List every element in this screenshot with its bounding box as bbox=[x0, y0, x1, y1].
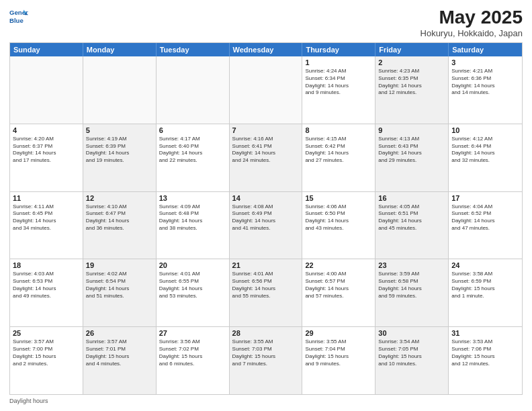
cal-header-thursday: Thursday bbox=[302, 43, 375, 56]
cal-cell: 25Sunrise: 3:57 AM Sunset: 7:00 PM Dayli… bbox=[10, 327, 83, 394]
cal-cell: 1Sunrise: 4:24 AM Sunset: 6:34 PM Daylig… bbox=[302, 56, 375, 124]
day-number: 19 bbox=[86, 261, 153, 269]
day-number: 4 bbox=[13, 126, 80, 134]
cell-info: Sunrise: 4:02 AM Sunset: 6:54 PM Dayligh… bbox=[86, 271, 153, 300]
cell-info: Sunrise: 3:56 AM Sunset: 7:02 PM Dayligh… bbox=[159, 338, 226, 367]
cell-info: Sunrise: 4:06 AM Sunset: 6:50 PM Dayligh… bbox=[305, 203, 372, 232]
cal-cell: 3Sunrise: 4:21 AM Sunset: 6:36 PM Daylig… bbox=[449, 56, 522, 124]
cal-cell bbox=[157, 56, 230, 124]
day-number: 13 bbox=[159, 194, 226, 202]
page: General Blue May 2025 Hokuryu, Hokkaido,… bbox=[0, 0, 532, 411]
day-number: 6 bbox=[159, 126, 226, 134]
cal-cell: 13Sunrise: 4:09 AM Sunset: 6:48 PM Dayli… bbox=[157, 192, 230, 259]
day-number: 18 bbox=[13, 261, 80, 269]
cell-info: Sunrise: 4:19 AM Sunset: 6:39 PM Dayligh… bbox=[86, 136, 153, 165]
cal-cell: 8Sunrise: 4:15 AM Sunset: 6:42 PM Daylig… bbox=[302, 124, 375, 191]
cell-info: Sunrise: 3:57 AM Sunset: 7:00 PM Dayligh… bbox=[13, 338, 80, 367]
cal-cell: 31Sunrise: 3:53 AM Sunset: 7:06 PM Dayli… bbox=[449, 327, 522, 394]
day-number: 21 bbox=[232, 261, 300, 269]
day-number: 26 bbox=[86, 329, 153, 337]
day-number: 14 bbox=[232, 194, 300, 202]
cell-info: Sunrise: 3:59 AM Sunset: 6:58 PM Dayligh… bbox=[378, 271, 445, 300]
cal-header-friday: Friday bbox=[375, 43, 449, 56]
header: General Blue May 2025 Hokuryu, Hokkaido,… bbox=[9, 7, 523, 38]
cal-cell: 28Sunrise: 3:55 AM Sunset: 7:03 PM Dayli… bbox=[230, 327, 303, 394]
day-number: 20 bbox=[159, 261, 226, 269]
cell-info: Sunrise: 4:17 AM Sunset: 6:40 PM Dayligh… bbox=[159, 136, 226, 165]
cell-info: Sunrise: 3:57 AM Sunset: 7:01 PM Dayligh… bbox=[86, 338, 153, 367]
day-number: 28 bbox=[232, 329, 300, 337]
day-number: 27 bbox=[159, 329, 226, 337]
cal-cell: 10Sunrise: 4:12 AM Sunset: 6:44 PM Dayli… bbox=[449, 124, 522, 191]
cell-info: Sunrise: 4:09 AM Sunset: 6:48 PM Dayligh… bbox=[159, 203, 226, 232]
cal-cell: 15Sunrise: 4:06 AM Sunset: 6:50 PM Dayli… bbox=[302, 192, 375, 259]
cell-info: Sunrise: 3:54 AM Sunset: 7:05 PM Dayligh… bbox=[378, 338, 445, 367]
cal-header-wednesday: Wednesday bbox=[230, 43, 303, 56]
cell-info: Sunrise: 4:01 AM Sunset: 6:55 PM Dayligh… bbox=[159, 271, 226, 300]
cal-header-monday: Monday bbox=[83, 43, 157, 56]
cell-info: Sunrise: 4:00 AM Sunset: 6:57 PM Dayligh… bbox=[305, 271, 372, 300]
cell-info: Sunrise: 4:16 AM Sunset: 6:41 PM Dayligh… bbox=[232, 136, 300, 165]
cal-header-saturday: Saturday bbox=[449, 43, 522, 56]
cal-cell bbox=[230, 56, 303, 124]
cal-cell: 16Sunrise: 4:05 AM Sunset: 6:51 PM Dayli… bbox=[375, 192, 449, 259]
cell-info: Sunrise: 4:12 AM Sunset: 6:44 PM Dayligh… bbox=[451, 136, 519, 165]
cell-info: Sunrise: 3:58 AM Sunset: 6:59 PM Dayligh… bbox=[451, 271, 519, 300]
cell-info: Sunrise: 4:24 AM Sunset: 6:34 PM Dayligh… bbox=[305, 68, 372, 97]
cell-info: Sunrise: 3:53 AM Sunset: 7:06 PM Dayligh… bbox=[451, 338, 519, 367]
cell-info: Sunrise: 3:55 AM Sunset: 7:03 PM Dayligh… bbox=[232, 338, 300, 367]
day-number: 7 bbox=[232, 126, 300, 134]
cell-info: Sunrise: 3:55 AM Sunset: 7:04 PM Dayligh… bbox=[305, 338, 372, 367]
title-block: May 2025 Hokuryu, Hokkaido, Japan bbox=[420, 7, 523, 38]
cell-info: Sunrise: 4:20 AM Sunset: 6:37 PM Dayligh… bbox=[13, 136, 80, 165]
cell-info: Sunrise: 4:08 AM Sunset: 6:49 PM Dayligh… bbox=[232, 203, 300, 232]
cal-cell: 5Sunrise: 4:19 AM Sunset: 6:39 PM Daylig… bbox=[83, 124, 157, 191]
cal-cell: 4Sunrise: 4:20 AM Sunset: 6:37 PM Daylig… bbox=[10, 124, 83, 191]
cal-cell: 24Sunrise: 3:58 AM Sunset: 6:59 PM Dayli… bbox=[449, 259, 522, 326]
cal-cell: 2Sunrise: 4:23 AM Sunset: 6:35 PM Daylig… bbox=[375, 56, 449, 124]
cell-info: Sunrise: 4:05 AM Sunset: 6:51 PM Dayligh… bbox=[378, 203, 445, 232]
day-number: 30 bbox=[378, 329, 445, 337]
day-number: 5 bbox=[86, 126, 153, 134]
cal-cell: 20Sunrise: 4:01 AM Sunset: 6:55 PM Dayli… bbox=[157, 259, 230, 326]
day-number: 10 bbox=[451, 126, 519, 134]
cell-info: Sunrise: 4:23 AM Sunset: 6:35 PM Dayligh… bbox=[378, 68, 445, 97]
day-number: 31 bbox=[451, 329, 519, 337]
day-number: 2 bbox=[378, 58, 445, 66]
calendar: SundayMondayTuesdayWednesdayThursdayFrid… bbox=[9, 42, 523, 395]
cal-cell: 6Sunrise: 4:17 AM Sunset: 6:40 PM Daylig… bbox=[157, 124, 230, 191]
day-number: 12 bbox=[86, 194, 153, 202]
cal-week-4: 18Sunrise: 4:03 AM Sunset: 6:53 PM Dayli… bbox=[10, 259, 522, 327]
cell-info: Sunrise: 4:11 AM Sunset: 6:45 PM Dayligh… bbox=[13, 203, 80, 232]
day-number: 15 bbox=[305, 194, 372, 202]
cal-cell: 29Sunrise: 3:55 AM Sunset: 7:04 PM Dayli… bbox=[302, 327, 375, 394]
main-title: May 2025 bbox=[420, 7, 523, 28]
day-number: 1 bbox=[305, 58, 372, 66]
cal-cell: 7Sunrise: 4:16 AM Sunset: 6:41 PM Daylig… bbox=[230, 124, 303, 191]
svg-text:Blue: Blue bbox=[9, 17, 24, 24]
day-number: 17 bbox=[451, 194, 519, 202]
cell-info: Sunrise: 4:03 AM Sunset: 6:53 PM Dayligh… bbox=[13, 271, 80, 300]
cal-week-3: 11Sunrise: 4:11 AM Sunset: 6:45 PM Dayli… bbox=[10, 192, 522, 260]
cal-cell: 14Sunrise: 4:08 AM Sunset: 6:49 PM Dayli… bbox=[230, 192, 303, 259]
day-number: 9 bbox=[378, 126, 445, 134]
cal-header-sunday: Sunday bbox=[10, 43, 83, 56]
cell-info: Sunrise: 4:10 AM Sunset: 6:47 PM Dayligh… bbox=[86, 203, 153, 232]
cal-week-2: 4Sunrise: 4:20 AM Sunset: 6:37 PM Daylig… bbox=[10, 124, 522, 192]
footer-note: Daylight hours bbox=[9, 398, 523, 404]
day-number: 24 bbox=[451, 261, 519, 269]
day-number: 16 bbox=[378, 194, 445, 202]
calendar-header: SundayMondayTuesdayWednesdayThursdayFrid… bbox=[10, 43, 522, 56]
cal-cell: 21Sunrise: 4:01 AM Sunset: 6:56 PM Dayli… bbox=[230, 259, 303, 326]
cell-info: Sunrise: 4:13 AM Sunset: 6:43 PM Dayligh… bbox=[378, 136, 445, 165]
cal-week-1: 1Sunrise: 4:24 AM Sunset: 6:34 PM Daylig… bbox=[10, 56, 522, 124]
cal-cell: 27Sunrise: 3:56 AM Sunset: 7:02 PM Dayli… bbox=[157, 327, 230, 394]
cal-cell: 19Sunrise: 4:02 AM Sunset: 6:54 PM Dayli… bbox=[83, 259, 157, 326]
cal-cell bbox=[10, 56, 83, 124]
cal-week-5: 25Sunrise: 3:57 AM Sunset: 7:00 PM Dayli… bbox=[10, 327, 522, 394]
logo-icon: General Blue bbox=[9, 7, 28, 26]
cal-cell: 22Sunrise: 4:00 AM Sunset: 6:57 PM Dayli… bbox=[302, 259, 375, 326]
calendar-body: 1Sunrise: 4:24 AM Sunset: 6:34 PM Daylig… bbox=[10, 56, 522, 394]
day-number: 29 bbox=[305, 329, 372, 337]
cal-cell: 18Sunrise: 4:03 AM Sunset: 6:53 PM Dayli… bbox=[10, 259, 83, 326]
